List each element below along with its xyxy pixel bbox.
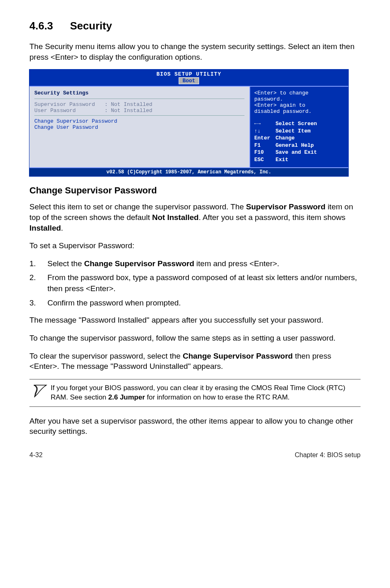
bios-tab-boot: Boot <box>179 77 199 84</box>
text: Select the <box>47 259 84 268</box>
bios-nav-key: ↑↓ <box>254 128 276 135</box>
bold-text: 2.6 Jumper <box>108 393 145 401</box>
paragraph: After you have set a supervisor password… <box>29 416 361 437</box>
bold-text: Change Supervisor Password <box>183 352 293 360</box>
section-heading: 4.6.3 Security <box>29 20 361 32</box>
page-number: 4-32 <box>29 451 43 459</box>
text: Confirm the password when prompted. <box>47 298 181 307</box>
bios-nav-desc: Select Item <box>276 128 311 135</box>
step-number: 3. <box>29 298 47 309</box>
page-footer: 4-32 Chapter 4: BIOS setup <box>29 451 361 459</box>
chapter-label: Chapter 4: BIOS setup <box>295 451 361 459</box>
note-callout: If you forget your BIOS password, you ca… <box>29 379 361 407</box>
text: for information on how to erase the RTC … <box>145 393 290 401</box>
bios-nav-key: Enter <box>254 135 276 142</box>
bold-text: Supervisor Password <box>246 202 325 211</box>
section-number: 4.6.3 <box>29 20 67 32</box>
bios-nav-key: F1 <box>254 142 276 149</box>
text: . After you set a password, this item sh… <box>199 213 345 222</box>
bios-hint-line: <Enter> again to <box>254 102 344 108</box>
bios-row-label: Supervisor Password <box>34 101 95 108</box>
bios-row-value: : Not Installed <box>105 101 152 108</box>
list-item: 3. Confirm the password when prompted. <box>29 298 361 309</box>
step-number: 1. <box>29 258 47 269</box>
bios-nav-desc: Select Screen <box>276 120 317 128</box>
note-icon <box>29 384 51 401</box>
bios-item-change-user: Change User Password <box>34 124 244 130</box>
list-item: 2. From the password box, type a passwor… <box>29 272 361 294</box>
bios-left-panel: Security Settings Supervisor Password : … <box>29 87 250 167</box>
steps-list: 1. Select the Change Supervisor Password… <box>29 258 361 308</box>
section-title-text: Security <box>70 20 112 32</box>
bios-hint-line: disabled password. <box>254 108 344 114</box>
pencil-icon <box>32 384 48 399</box>
bios-hint-line: <Enter> to change <box>254 90 344 96</box>
bios-row-user: User Password : Not Installed <box>34 108 244 114</box>
paragraph: The message "Password Installed" appears… <box>29 315 361 325</box>
paragraph: To clear the supervisor password, select… <box>29 351 361 372</box>
bios-security-heading: Security Settings <box>34 90 244 96</box>
bios-screenshot: BIOS SETUP UTILITY Boot Security Setting… <box>29 70 348 176</box>
bios-item-change-supervisor: Change Supervisor Password <box>34 118 244 124</box>
bios-right-panel: <Enter> to change password. <Enter> agai… <box>250 87 348 167</box>
paragraph: To set a Supervisor Password: <box>29 240 361 251</box>
text: item and press <Enter>. <box>194 259 279 268</box>
bios-nav-desc: Save and Exit <box>276 149 317 156</box>
bios-nav-key: ESC <box>254 156 276 164</box>
note-text: If you forget your BIOS password, you ca… <box>51 384 361 402</box>
text: From the password box, type a password c… <box>47 273 357 293</box>
text: . <box>61 224 63 232</box>
bios-nav-desc: General Help <box>276 142 314 149</box>
bios-nav-key: F10 <box>254 149 276 156</box>
subheading-change-supervisor: Change Supervisor Password <box>29 185 361 196</box>
text: To clear the supervisor password, select… <box>29 352 183 360</box>
bold-text: Installed <box>29 224 61 232</box>
bios-row-value: : Not Installed <box>105 108 152 114</box>
bios-hint-line: password. <box>254 96 344 102</box>
intro-paragraph: The Security menu items allow you to cha… <box>29 41 361 62</box>
bios-row-label: User Password <box>34 108 76 114</box>
step-number: 2. <box>29 272 47 294</box>
bios-title: BIOS SETUP UTILITY <box>29 70 348 77</box>
text: Select this item to set or change the su… <box>29 202 246 211</box>
bios-nav-desc: Exit <box>276 156 288 164</box>
bios-nav-help: ←→Select Screen ↑↓Select Item EnterChang… <box>254 120 344 163</box>
bios-nav-desc: Change <box>276 135 295 142</box>
bios-nav-key: ←→ <box>254 120 276 128</box>
paragraph: Select this item to set or change the su… <box>29 202 361 233</box>
bold-text: Not Installed <box>152 213 199 222</box>
bold-text: Change Supervisor Password <box>84 259 194 268</box>
bios-tab-row: Boot <box>29 77 348 86</box>
list-item: 1. Select the Change Supervisor Password… <box>29 258 361 269</box>
bios-footer: v02.58 (C)Copyright 1985-2007, American … <box>29 168 348 176</box>
bios-row-supervisor: Supervisor Password : Not Installed <box>34 101 244 108</box>
paragraph: To change the supervisor password, follo… <box>29 333 361 343</box>
